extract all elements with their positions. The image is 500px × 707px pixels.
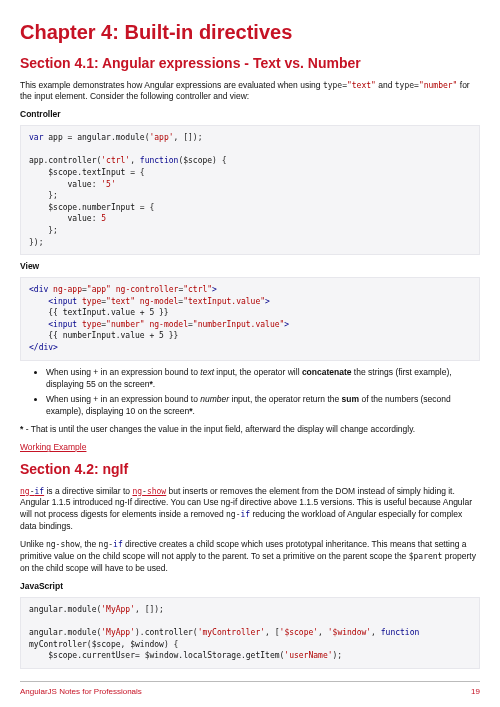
footer-page-number: 19 — [471, 686, 480, 697]
working-example-link[interactable]: Working Example — [20, 442, 86, 452]
tok: type — [395, 81, 414, 90]
ng-if-link[interactable]: ng-if — [20, 487, 44, 496]
inline-code: $parent — [409, 552, 443, 561]
page-footer: AngularJS Notes for Professionals 19 — [20, 681, 480, 697]
footnote: * - That is until the user changes the v… — [20, 424, 480, 436]
tok: type — [323, 81, 342, 90]
t: When using + in an expression bound to — [46, 367, 200, 377]
list-item: When using + in an expression bound to t… — [46, 367, 480, 391]
inline-code: ng-if — [226, 510, 250, 519]
inline-code: type="text" — [323, 81, 376, 90]
section41-intro: This example demonstrates how Angular ex… — [20, 80, 480, 104]
t: sum — [342, 394, 359, 404]
t: ng — [99, 540, 109, 549]
t: if — [240, 510, 250, 519]
ng-show-link[interactable]: ng-show — [132, 487, 166, 496]
controller-code: var app = angular.module('app', []); app… — [20, 125, 480, 255]
inline-code: ng-show — [46, 540, 80, 549]
bullet-list: When using + in an expression bound to t… — [46, 367, 480, 419]
section42-p2: Unlike ng-show, the ng-if directive crea… — [20, 539, 480, 575]
t: ng — [132, 487, 142, 496]
t: concatenate — [302, 367, 352, 377]
t: text — [200, 367, 214, 377]
section41-title: Section 4.1: Angular expressions - Text … — [20, 54, 480, 74]
javascript-label: JavaScript — [20, 581, 480, 593]
working-example-link-wrap: Working Example — [20, 442, 480, 454]
t: ng — [226, 510, 236, 519]
t: if — [34, 487, 44, 496]
t: . — [153, 379, 155, 389]
t: input, the operator will — [214, 367, 302, 377]
section42-p1: ng-if is a directive similar to ng-show … — [20, 486, 480, 534]
inline-code: ng-if — [99, 540, 123, 549]
t: if — [113, 540, 123, 549]
section42-title: Section 4.2: ngIf — [20, 460, 480, 480]
tok: "number" — [419, 81, 458, 90]
t: When using + in an expression bound to — [46, 394, 200, 404]
t: ng — [20, 487, 30, 496]
intro-b: and — [376, 80, 395, 90]
view-label: View — [20, 261, 480, 273]
t: . — [192, 406, 194, 416]
t: show — [147, 487, 166, 496]
t: Unlike — [20, 539, 46, 549]
t: - That is until the user changes the val… — [23, 424, 415, 434]
tok: "text" — [347, 81, 376, 90]
view-code: <div ng-app="app" ng-controller="ctrl"> … — [20, 277, 480, 361]
chapter-title: Chapter 4: Built-in directives — [20, 18, 480, 46]
list-item: When using + in an expression bound to n… — [46, 394, 480, 418]
t: is a directive similar to — [44, 486, 132, 496]
t: number — [200, 394, 229, 404]
inline-code: type="number" — [395, 81, 458, 90]
t: input, the operator return the — [229, 394, 341, 404]
footer-left: AngularJS Notes for Professionals — [20, 686, 142, 697]
intro-a: This example demonstrates how Angular ex… — [20, 80, 323, 90]
t: , the — [80, 539, 99, 549]
javascript-code: angular.module('MyApp', []); angular.mod… — [20, 597, 480, 669]
controller-label: Controller — [20, 109, 480, 121]
